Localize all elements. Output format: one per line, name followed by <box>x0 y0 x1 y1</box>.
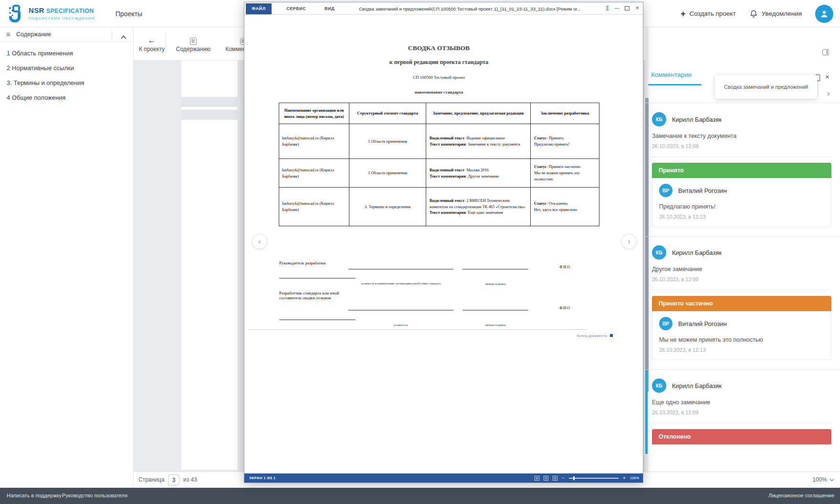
back-to-project-label: К проекту <box>138 46 165 52</box>
reply-card[interactable]: ВРВиталий РогозинМы не можем принять это… <box>652 311 831 360</box>
zoom-slider[interactable] <box>569 478 619 479</box>
sidebar-header: ≡ Содержание <box>0 27 133 42</box>
collapse-sidebar-button[interactable] <box>122 33 126 42</box>
reply-author-row: ВРВиталий Рогозин <box>659 317 824 330</box>
doc-title: СВОДКА ОТЗЫВОВ <box>279 44 599 52</box>
back-to-project-button[interactable]: ← К проекту <box>138 27 165 61</box>
support-link[interactable]: Написать в поддержку <box>7 493 62 498</box>
signature-line <box>348 310 453 311</box>
sidebar-item-2[interactable]: 2 Нормативные ссылки <box>0 61 133 75</box>
comment-date: 26.10.2023, в 12:09 <box>652 276 831 282</box>
tab-comments[interactable]: Комментарии <box>651 71 692 78</box>
view-mode-icon-1[interactable] <box>535 476 539 481</box>
comment-thread-2[interactable]: КБКирилл БарбазякДругое замечание26.10.2… <box>645 236 840 369</box>
author-name: Кирилл Барбазяк <box>672 382 722 389</box>
comments-panel: Комментарии × › Сводка замечаний и предл… <box>645 27 840 472</box>
sidebar-item-1[interactable]: 1 Область применения <box>0 46 133 61</box>
sidebar-item-3[interactable]: 3. Термины и определения <box>0 75 133 90</box>
app-footer: Написать в поддержку Руководство пользов… <box>0 488 840 504</box>
zoom-out-icon[interactable]: − <box>562 476 565 481</box>
signature-caption: личная подпись <box>462 323 528 326</box>
zoom-dropdown[interactable]: 100% <box>812 476 833 483</box>
menu-view[interactable]: ВИД <box>325 6 335 11</box>
application-root: NSR SPECIFICATION ПОДСИСТЕМА ОБСУЖДЕНИЯ … <box>0 0 840 504</box>
view-mode-icon-3[interactable] <box>553 476 557 481</box>
comment-text: Еще одно замечание <box>652 399 831 406</box>
page-total-label: из 43 <box>183 476 197 483</box>
doc-project-caption: наименование стандарта <box>279 90 599 94</box>
person-icon <box>819 9 830 19</box>
sidebar-item-4[interactable]: 4 Общие положения <box>0 90 133 105</box>
minimize-icon[interactable]: — <box>614 5 619 11</box>
status-bar-controls: − + 100% <box>535 473 639 483</box>
user-avatar[interactable] <box>815 5 833 23</box>
table-header-row: Наименование организации или иного лица … <box>279 103 599 124</box>
reply-text: Мы не можем принять это полностью <box>659 336 824 343</box>
notifications-button[interactable]: Уведомления <box>749 10 802 18</box>
comment-date: 26.10.2023, в 12:09 <box>652 410 831 415</box>
user-manual-link[interactable]: Руководство пользователя <box>62 493 127 498</box>
comment-thread-3[interactable]: КБКирилл БарбазякЕще одно замечание26.10… <box>645 369 840 454</box>
license-link[interactable]: Лицензионное соглашение <box>768 493 834 498</box>
comment-threads-list: КБКирилл БарбазякЗамечание к тексту доку… <box>645 104 840 454</box>
cell-remark: Выделенный текст: 2 ВНЕСЕН Техническим к… <box>426 188 531 226</box>
cell-structural-element: 1.Область применения <box>349 124 426 159</box>
table-row: barbazyk@nanocad.ru (Кирилл Барбазяк)1.О… <box>279 159 599 188</box>
menu-service[interactable]: СЕРВИС <box>286 6 306 11</box>
zoom-slider-thumb[interactable] <box>573 476 575 480</box>
contents-button[interactable]: Содержанию <box>172 27 215 61</box>
comment-divider <box>652 423 831 423</box>
window-menubar: ФАЙЛ СЕРВИС ВИД Сводка замечаний и предл… <box>244 2 643 15</box>
comment-thread-1[interactable]: КБКирилл БарбазякЗамечание к тексту доку… <box>645 104 840 236</box>
table-header-cell: Структурный элемент стандарта <box>349 103 426 124</box>
fit-window-icon[interactable]: ][ <box>606 5 609 11</box>
status-badge: Принято частично <box>652 296 831 311</box>
underlying-content-band <box>181 110 238 120</box>
contents-sidebar: ≡ Содержание 1 Область применения2 Норма… <box>0 27 134 488</box>
author-avatar: КБ <box>652 112 666 126</box>
next-page-arrow[interactable]: › <box>621 234 637 249</box>
zoom-in-icon[interactable]: + <box>623 476 626 481</box>
reply-date: 26.10.2023, в 12:13 <box>659 347 824 353</box>
contents-label: Содержанию <box>172 46 215 52</box>
next-comment-chevron[interactable]: › <box>827 89 830 98</box>
logo-nsr: NSR <box>29 6 44 14</box>
cell-remark: Выделенный текст: Москва 2016Текст комме… <box>426 159 531 188</box>
sign2-label: Разработчик стандарта или иной составите… <box>279 291 360 300</box>
reply-card[interactable]: ВРВиталий РогозинПредлагаю принять!26.10… <box>652 178 831 227</box>
view-mode-icon-2[interactable] <box>544 476 548 481</box>
signature-line <box>462 269 528 270</box>
table-row: barbazyk@nanocad.ru (Кирилл Барбазяк)1.О… <box>279 124 599 159</box>
end-marker-icon <box>610 334 613 337</box>
author-avatar: КБ <box>652 378 666 393</box>
cell-organization: barbazyk@nanocad.ru (Кирилл Барбазяк) <box>279 159 349 188</box>
close-panel-icon[interactable]: × <box>825 73 830 81</box>
doc-project-name: СП 100500 Тестовый проект <box>279 75 599 80</box>
signature-line <box>279 319 356 320</box>
maximize-icon[interactable] <box>625 6 630 10</box>
nav-projects[interactable]: Проекты <box>116 10 142 18</box>
screen-counter: ЭКРАН 1 ИЗ 1 <box>249 476 276 480</box>
menu-file[interactable]: ФАЙЛ <box>246 3 272 14</box>
sign2-caption: должность <box>348 323 453 326</box>
cell-structural-element: 1.Область применения <box>349 159 426 188</box>
panel-header-divider <box>645 103 840 103</box>
tab-active-underline <box>648 84 702 85</box>
reply-author-name: Виталий Рогозин <box>678 187 727 194</box>
cell-structural-element: 3. Термины и определения <box>349 188 426 226</box>
page-number-input[interactable] <box>168 474 179 485</box>
chevron-up-icon <box>121 35 126 41</box>
signature-line <box>279 278 356 279</box>
create-project-button[interactable]: + Создать проект <box>681 10 736 17</box>
page-label: Страница <box>138 476 164 483</box>
reply-avatar: ВР <box>659 317 672 330</box>
comment-divider <box>652 290 831 290</box>
chevron-down-icon <box>830 477 834 481</box>
close-window-icon[interactable]: × <box>635 5 639 11</box>
summary-tooltip: Сводка замечаний и предложений <box>715 75 817 99</box>
previous-page-arrow[interactable]: ‹ <box>252 234 267 249</box>
panel-toggle-icon[interactable] <box>822 49 829 55</box>
sign1-caption: должность и наименование организации-раз… <box>348 282 453 285</box>
zoom-value: 100% <box>812 476 827 483</box>
logo-subtitle: ПОДСИСТЕМА ОБСУЖДЕНИЯ <box>29 16 94 21</box>
